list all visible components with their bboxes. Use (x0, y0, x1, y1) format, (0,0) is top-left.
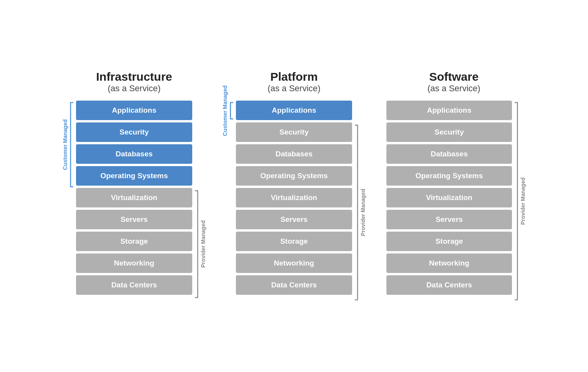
saas-sub-title: (as a Service) (427, 83, 480, 94)
saas-stack-wrapper: Applications Security Databases Operatin… (382, 101, 526, 302)
saas-layer-virt: Virtualization (386, 188, 512, 207)
paas-layer-networking: Networking (236, 253, 352, 273)
paas-layer-datacenters: Data Centers (236, 275, 352, 295)
saas-layer-applications: Applications (386, 101, 512, 120)
iaas-layer-virt: Virtualization (76, 188, 192, 207)
paas-customer-label: Customer Managed (222, 85, 228, 136)
iaas-layer-os: Operating Systems (76, 166, 192, 186)
saas-layer-datacenters: Data Centers (386, 275, 512, 295)
iaas-provider-label: Provider Managed (200, 220, 206, 267)
saas-main-title: Software (427, 70, 480, 83)
iaas-provider-bracket (195, 189, 199, 299)
iaas-layer-applications: Applications (76, 101, 192, 120)
paas-layer-applications: Applications (236, 101, 352, 120)
iaas-main-title: Infrastructure (96, 70, 172, 83)
iaas-layer-security: Security (76, 122, 192, 142)
paas-stack-wrapper: Customer Managed Applications Security D… (222, 101, 366, 302)
saas-layer-os: Operating Systems (386, 166, 512, 186)
paas-title: Platform (as a Service) (267, 70, 321, 94)
saas-column: Software (as a Service) Applications Sec… (382, 70, 526, 302)
paas-layer-security: Security (236, 122, 352, 142)
paas-stack: Applications Security Databases Operatin… (236, 101, 352, 302)
iaas-title: Infrastructure (as a Service) (96, 70, 172, 94)
saas-layer-storage: Storage (386, 232, 512, 251)
paas-layer-databases: Databases (236, 144, 352, 164)
paas-layer-virt: Virtualization (236, 188, 352, 207)
paas-provider-label: Provider Managed (360, 189, 366, 236)
saas-layer-servers: Servers (386, 210, 512, 229)
paas-layer-storage: Storage (236, 232, 352, 251)
saas-layer-databases: Databases (386, 144, 512, 164)
iaas-column: Infrastructure (as a Service) Customer M… (62, 70, 206, 299)
paas-provider-bracket (354, 123, 359, 302)
iaas-stack: Applications Security Databases Operatin… (76, 101, 192, 299)
saas-stack: Applications Security Databases Operatin… (386, 101, 512, 302)
saas-provider-bracket (514, 101, 519, 302)
iaas-layer-networking: Networking (76, 253, 192, 273)
saas-title: Software (as a Service) (427, 70, 480, 94)
saas-provider-label: Provider Managed (520, 177, 526, 225)
paas-customer-bracket (229, 101, 234, 121)
iaas-stack-wrapper: Customer Managed Applications Security D… (62, 101, 206, 299)
paas-column: Platform (as a Service) Customer Managed… (222, 70, 366, 302)
iaas-layer-storage: Storage (76, 232, 192, 251)
iaas-sub-title: (as a Service) (96, 83, 172, 94)
paas-layer-os: Operating Systems (236, 166, 352, 186)
paas-layer-servers: Servers (236, 210, 352, 229)
iaas-layer-servers: Servers (76, 210, 192, 229)
saas-layer-networking: Networking (386, 253, 512, 273)
iaas-layer-datacenters: Data Centers (76, 275, 192, 295)
iaas-customer-label: Customer Managed (62, 119, 68, 170)
diagram: Infrastructure (as a Service) Customer M… (39, 55, 549, 317)
saas-layer-security: Security (386, 122, 512, 142)
iaas-layer-databases: Databases (76, 144, 192, 164)
paas-main-title: Platform (267, 70, 321, 83)
iaas-customer-bracket (69, 101, 74, 189)
paas-sub-title: (as a Service) (267, 83, 321, 94)
